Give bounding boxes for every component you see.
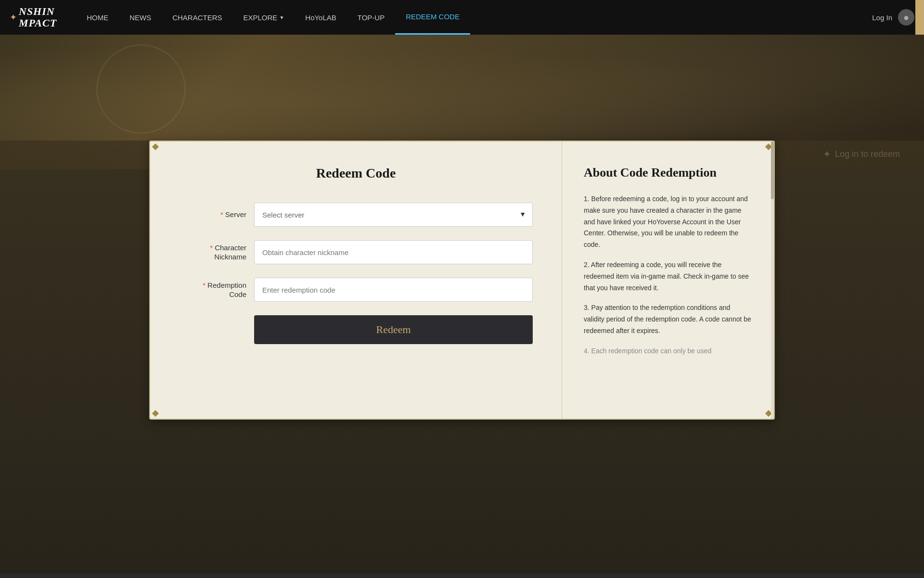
nav-top-up[interactable]: TOP-UP (347, 0, 395, 35)
server-row: *Server Select server America Europe Asi… (179, 203, 533, 227)
character-nickname-label: *CharacterNickname (179, 243, 246, 262)
redeem-panel: Redeem Code *Server Select server Americ… (149, 141, 775, 420)
nav-news[interactable]: NEWS (119, 0, 162, 35)
logo-text: NSHIN MPACT (19, 6, 57, 29)
scrollbar-thumb[interactable] (771, 141, 774, 199)
about-text: 1. Before redeeming a code, log in to yo… (584, 193, 752, 357)
character-nickname-row: *CharacterNickname (179, 240, 533, 264)
redemption-code-label: *RedemptionCode (179, 281, 246, 299)
redeem-form-section: Redeem Code *Server Select server Americ… (150, 141, 562, 419)
navbar: ✦ NSHIN MPACT HOME NEWS CHARACTERS EXPLO… (0, 0, 924, 35)
about-paragraph-4: 4. Each redemption code can only be used (584, 346, 752, 357)
redemption-code-row: *RedemptionCode (179, 278, 533, 302)
nickname-required-star: * (210, 244, 213, 252)
logo-star-icon: ✦ (10, 12, 17, 23)
server-select[interactable]: Select server America Europe Asia TW, HK… (254, 203, 533, 227)
explore-dropdown-icon: ▼ (279, 15, 284, 20)
scrollbar-track[interactable] (771, 141, 774, 419)
about-section: About Code Redemption 1. Before redeemin… (562, 141, 774, 419)
about-paragraph-3: 3. Pay attention to the redemption condi… (584, 302, 752, 336)
about-title: About Code Redemption (584, 166, 752, 180)
redeem-form-title: Redeem Code (179, 166, 533, 181)
about-paragraph-2: 2. After redeeming a code, you will rece… (584, 259, 752, 294)
server-select-wrapper: Select server America Europe Asia TW, HK… (254, 203, 533, 227)
nav-links: HOME NEWS CHARACTERS EXPLORE ▼ HoYoLAB T… (76, 0, 872, 35)
server-required-star: * (220, 210, 223, 218)
character-nickname-input[interactable] (254, 240, 533, 264)
user-avatar-icon[interactable]: ● (898, 9, 914, 26)
nav-right: Log In ● (872, 9, 914, 26)
code-required-star: * (203, 281, 205, 289)
redemption-code-input[interactable] (254, 278, 533, 302)
nav-characters[interactable]: CHARACTERS (162, 0, 232, 35)
redeem-button[interactable]: Redeem (254, 315, 533, 344)
logo[interactable]: ✦ NSHIN MPACT (10, 6, 57, 29)
nav-hoyolab[interactable]: HoYoLAB (295, 0, 347, 35)
server-label: *Server (179, 210, 246, 219)
login-button[interactable]: Log In (872, 13, 892, 22)
nav-home[interactable]: HOME (76, 0, 119, 35)
about-paragraph-1: 1. Before redeeming a code, log in to yo… (584, 193, 752, 251)
main-content: Redeem Code *Server Select server Americ… (0, 141, 924, 574)
nav-redeem-code[interactable]: REDEEM CODE (395, 0, 470, 35)
nav-explore[interactable]: EXPLORE ▼ (233, 0, 295, 35)
gold-accent-bar (915, 0, 924, 35)
